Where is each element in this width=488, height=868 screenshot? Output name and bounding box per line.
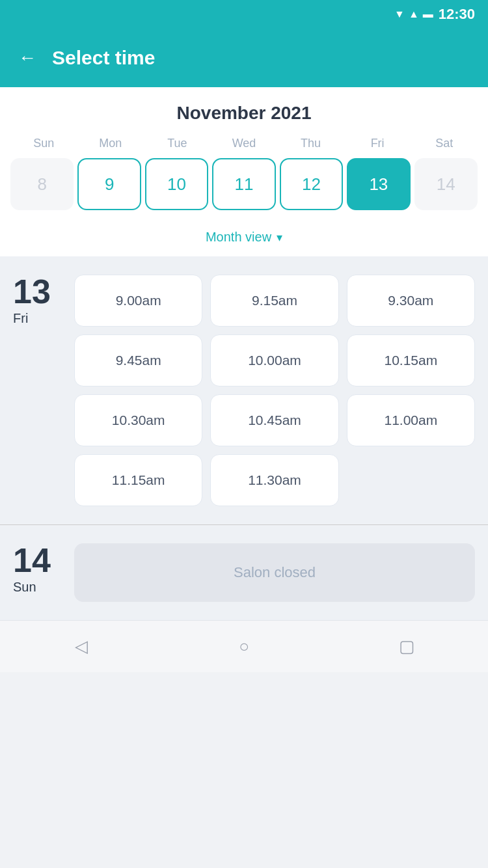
nav-back-button[interactable]: ◁: [65, 631, 98, 663]
battery-icon: ▬: [423, 8, 433, 20]
calendar-section: November 2021 Sun Mon Tue Wed Thu Fri Sa…: [0, 87, 488, 221]
nav-recents-icon: ▢: [399, 636, 415, 657]
day-name-13: Fri: [13, 311, 59, 326]
day-9[interactable]: 9: [77, 158, 141, 210]
time-slot-1045[interactable]: 10.45am: [210, 394, 338, 446]
day-14[interactable]: 14: [414, 158, 478, 210]
weekday-fri: Fri: [344, 137, 411, 150]
days-row: 8 9 10 11 12 13 14: [10, 158, 478, 221]
nav-back-icon: ◁: [75, 636, 88, 657]
app-header: ← Select time: [0, 29, 488, 87]
day-12[interactable]: 12: [280, 158, 343, 210]
time-slot-915[interactable]: 9.15am: [210, 275, 338, 327]
day-section-13: 13 Fri 9.00am 9.15am 9.30am 9.45am 10.00…: [0, 256, 488, 524]
salon-closed-box: Salon closed: [74, 543, 475, 602]
weekday-sat: Sat: [411, 137, 478, 150]
status-bar: ▼ ▲ ▬ 12:30: [0, 0, 488, 29]
month-year-label: November 2021: [10, 103, 478, 124]
time-slot-1015[interactable]: 10.15am: [347, 334, 475, 387]
weekday-thu: Thu: [277, 137, 344, 150]
day-header-13: 13 Fri 9.00am 9.15am 9.30am 9.45am 10.00…: [13, 275, 475, 506]
status-time: 12:30: [439, 6, 475, 23]
nav-home-icon: ○: [239, 636, 249, 657]
time-slot-1000[interactable]: 10.00am: [210, 334, 338, 387]
time-slot-945[interactable]: 9.45am: [74, 334, 202, 387]
weekday-wed: Wed: [211, 137, 278, 150]
chevron-down-icon: ▾: [277, 230, 282, 245]
weekday-sun: Sun: [10, 137, 77, 150]
status-icons: ▼ ▲ ▬: [394, 8, 433, 20]
back-button[interactable]: ←: [18, 47, 36, 68]
signal-icon: ▲: [409, 8, 419, 20]
day-number-13: 13: [13, 275, 59, 308]
time-slot-1030[interactable]: 10.30am: [74, 394, 202, 446]
day-number-14: 14: [13, 543, 59, 577]
page-title: Select time: [52, 47, 155, 69]
time-slot-1115[interactable]: 11.15am: [74, 454, 202, 506]
salon-closed-label: Salon closed: [234, 564, 316, 581]
day-13[interactable]: 13: [347, 158, 410, 210]
month-view-label: Month view: [206, 230, 271, 245]
day-header-14: 14 Sun Salon closed: [13, 543, 475, 602]
nav-recents-button[interactable]: ▢: [390, 631, 423, 663]
weekday-tue: Tue: [144, 137, 211, 150]
month-view-toggle[interactable]: Month view ▾: [0, 221, 488, 256]
day-11[interactable]: 11: [212, 158, 275, 210]
day-10[interactable]: 10: [145, 158, 208, 210]
day-label-col-13: 13 Fri: [13, 275, 59, 326]
time-slot-1100[interactable]: 11.00am: [347, 394, 475, 446]
day-section-14: 14 Sun Salon closed: [0, 524, 488, 620]
nav-home-button[interactable]: ○: [228, 631, 260, 663]
weekday-mon: Mon: [77, 137, 144, 150]
wifi-icon: ▼: [394, 8, 405, 20]
day-name-14: Sun: [13, 580, 59, 595]
time-slots-grid-13: 9.00am 9.15am 9.30am 9.45am 10.00am 10.1…: [74, 275, 475, 506]
time-slot-930[interactable]: 9.30am: [347, 275, 475, 327]
time-slot-1130[interactable]: 11.30am: [210, 454, 338, 506]
weekday-row: Sun Mon Tue Wed Thu Fri Sat: [10, 137, 478, 150]
bottom-nav: ◁ ○ ▢: [0, 620, 488, 672]
day-label-col-14: 14 Sun: [13, 543, 59, 595]
time-slot-900[interactable]: 9.00am: [74, 275, 202, 327]
day-8[interactable]: 8: [10, 158, 74, 210]
